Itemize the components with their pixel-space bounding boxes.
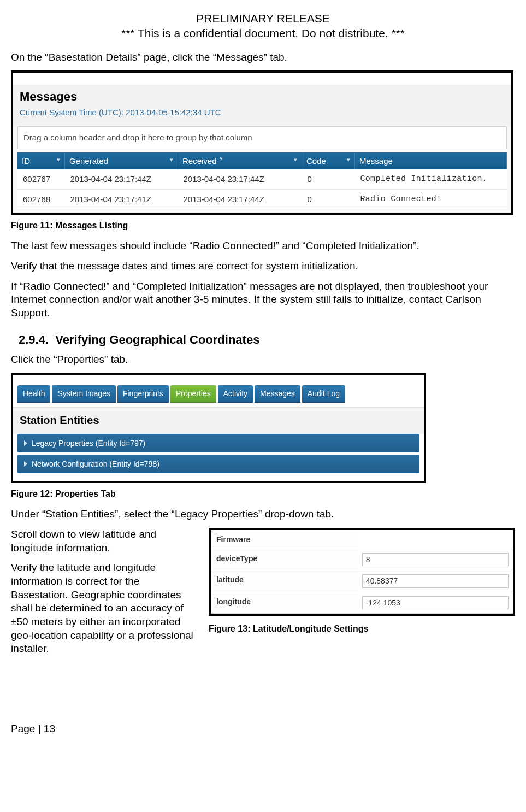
property-value	[358, 530, 513, 549]
table-row[interactable]: 602767 2013-04-04 23:17:44Z 2013-04-04 2…	[17, 169, 507, 189]
property-key: longitude	[211, 592, 358, 613]
property-row-longitude: longitude -124.1053	[211, 592, 513, 614]
figure-messages-listing: Messages Current System Time (UTC): 2013…	[11, 70, 513, 215]
cell-code: 0	[302, 169, 355, 189]
property-row-devicetype: deviceType 8	[211, 549, 513, 570]
figure-caption: Figure 11: Messages Listing	[11, 220, 515, 232]
filter-icon[interactable]: ▾	[294, 156, 297, 163]
cell-message: Radio Connected!	[355, 189, 507, 209]
cell-message: Completed Initialization.	[355, 169, 507, 189]
filter-icon[interactable]: ▾	[170, 156, 173, 163]
col-header-message[interactable]: Message	[355, 152, 507, 170]
tab-messages[interactable]: Messages	[255, 385, 300, 403]
table-row[interactable]: 602768 2013-04-04 23:17:41Z 2013-04-04 2…	[17, 189, 507, 209]
entity-row-label: Legacy Properties (Entity Id=797)	[32, 438, 145, 448]
body-text: The last few messages should include “Ra…	[11, 239, 515, 253]
section-title: Verifying Geographical Coordinates	[55, 333, 259, 346]
page-footer: Page | 13	[11, 722, 515, 736]
property-value-input[interactable]: 40.88377	[362, 574, 509, 587]
section-heading: 2.9.4. Verifying Geographical Coordinate…	[19, 332, 515, 348]
figure-latlong-settings: Firmware deviceType 8 latitude 40.88377 …	[209, 528, 515, 616]
system-time-label: Current System Time (UTC): 2013-04-05 15…	[13, 107, 511, 127]
tab-bar: Health System Images Fingerprints Proper…	[13, 375, 424, 407]
figure-properties-tab: Health System Images Fingerprints Proper…	[11, 373, 426, 484]
chevron-right-icon	[24, 461, 27, 467]
col-header-received[interactable]: Received ˅▾	[178, 152, 302, 170]
body-text: Verify that the message dates and times …	[11, 260, 515, 273]
cell-generated: 2013-04-04 23:17:41Z	[65, 189, 178, 209]
cell-id: 602767	[17, 169, 65, 189]
tab-system-images[interactable]: System Images	[52, 385, 115, 403]
messages-table: ID▾ Generated▾ Received ˅▾ Code▾ Message…	[17, 152, 507, 210]
cell-received: 2013-04-04 23:17:44Z	[178, 189, 302, 209]
body-text: On the “Basestation Details” page, click…	[11, 51, 515, 64]
tab-activity[interactable]: Activity	[218, 385, 253, 403]
header-line1: PRELIMINARY RELEASE	[11, 11, 515, 26]
property-row-firmware: Firmware	[211, 530, 513, 549]
property-value-input[interactable]: -124.1053	[362, 596, 509, 609]
property-key: deviceType	[211, 549, 358, 570]
col-header-code[interactable]: Code▾	[302, 152, 355, 170]
property-value-input[interactable]: 8	[362, 553, 509, 566]
section-number: 2.9.4.	[19, 333, 49, 346]
entity-row-network-configuration[interactable]: Network Configuration (Entity Id=798)	[17, 455, 419, 473]
figure-caption: Figure 13: Latitude/Longitude Settings	[209, 623, 515, 635]
panel-title: Station Entities	[13, 407, 424, 434]
col-header-generated[interactable]: Generated▾	[65, 152, 178, 170]
entity-row-legacy-properties[interactable]: Legacy Properties (Entity Id=797)	[17, 434, 419, 452]
property-row-latitude: latitude 40.88377	[211, 570, 513, 592]
body-text: Scroll down to view latitude and longitu…	[11, 528, 197, 555]
property-key: latitude	[211, 570, 358, 591]
panel-title: Messages	[13, 85, 511, 107]
cell-code: 0	[302, 189, 355, 209]
chevron-right-icon	[24, 440, 27, 446]
figure-caption: Figure 12: Properties Tab	[11, 489, 515, 500]
col-header-id[interactable]: ID▾	[17, 152, 65, 170]
group-drop-hint[interactable]: Drag a column header and drop it here to…	[17, 126, 507, 149]
body-text: Click the “Properties” tab.	[11, 353, 515, 367]
body-text: Verify the latitude and longitude inform…	[11, 561, 197, 656]
cell-id: 602768	[17, 189, 65, 209]
tab-fingerprints[interactable]: Fingerprints	[117, 385, 169, 403]
tab-audit-log[interactable]: Audit Log	[302, 385, 345, 403]
cell-received: 2013-04-04 23:17:44Z	[178, 169, 302, 189]
cell-generated: 2013-04-04 23:17:44Z	[65, 169, 178, 189]
tab-properties[interactable]: Properties	[170, 385, 216, 403]
body-text: Under “Station Entities”, select the “Le…	[11, 508, 515, 521]
page-header: PRELIMINARY RELEASE *** This is a confid…	[11, 11, 515, 41]
body-text: If “Radio Connected!” and “Completed Ini…	[11, 280, 515, 320]
filter-icon[interactable]: ▾	[347, 156, 350, 163]
entity-row-label: Network Configuration (Entity Id=798)	[32, 459, 159, 469]
property-key: Firmware	[211, 530, 358, 549]
filter-icon[interactable]: ▾	[57, 156, 60, 163]
tab-health[interactable]: Health	[17, 385, 50, 403]
header-line2: *** This is a confidential document. Do …	[11, 26, 515, 40]
